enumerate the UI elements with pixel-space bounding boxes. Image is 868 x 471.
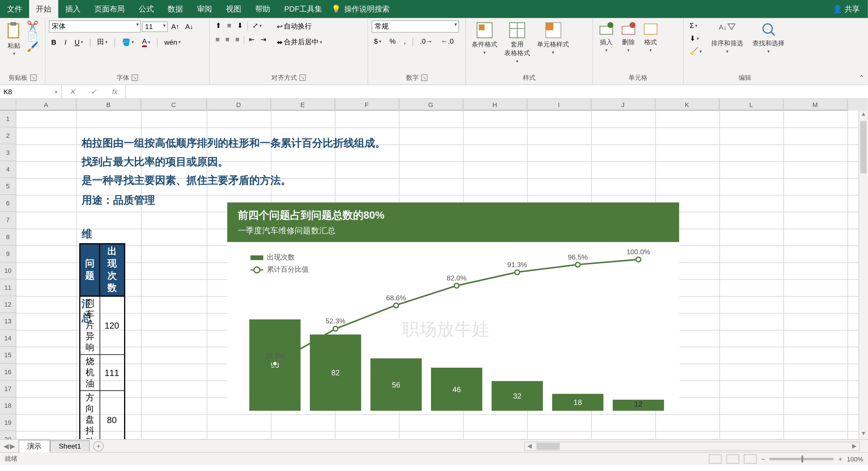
add-sheet-button[interactable]: +	[93, 441, 104, 451]
tell-me-search[interactable]: 💡 操作说明搜索	[331, 0, 390, 18]
insert-cells-button[interactable]: 插入▾	[596, 20, 616, 54]
indent-increase-icon[interactable]: ⇥	[258, 34, 269, 45]
clear-button[interactable]: 🧹▾	[687, 46, 704, 57]
tab-file[interactable]: 文件	[0, 0, 29, 18]
format-cells-button[interactable]: 格式▾	[641, 20, 661, 54]
align-right-icon[interactable]: ≡	[233, 34, 242, 45]
delete-cells-button[interactable]: 删除▾	[618, 20, 638, 54]
vertical-scrollbar[interactable]: ▲ ▼	[859, 110, 868, 439]
row-header[interactable]: 10	[0, 262, 16, 279]
find-select-button[interactable]: 查找和选择▾	[750, 20, 787, 55]
cells-pane[interactable]: ABCDEFGHIJKLM 柏拉图由一组按高低顺序排列的柱形和一条累计百分比折线…	[17, 99, 868, 439]
collapse-ribbon-icon[interactable]: ⌃	[859, 74, 865, 82]
row-header[interactable]: 12	[0, 296, 16, 313]
accounting-format-icon[interactable]: $▾	[372, 36, 383, 46]
orientation-icon[interactable]: ⤢▾	[250, 20, 264, 31]
cut-icon[interactable]: ✂️	[27, 20, 36, 30]
tab-layout[interactable]: 页面布局	[87, 0, 132, 18]
tab-formula[interactable]: 公式	[132, 0, 161, 18]
row-header[interactable]: 17	[0, 380, 16, 397]
pareto-chart[interactable]: 前四个问题占到问题总数的80% 一季度汽车维修问题数汇总 出现次数 累计百分比值…	[227, 202, 679, 411]
font-name-select[interactable]: 宋体	[49, 20, 141, 33]
row-header[interactable]: 2	[0, 127, 16, 144]
font-size-select[interactable]: 11	[142, 21, 168, 32]
conditional-formatting-button[interactable]: 条件格式▾	[469, 20, 500, 56]
increase-font-icon[interactable]: A↑	[169, 21, 182, 32]
bold-button[interactable]: B	[49, 37, 59, 47]
row-header[interactable]: 11	[0, 279, 16, 296]
zoom-slider[interactable]	[770, 458, 834, 460]
row-header[interactable]: 15	[0, 347, 16, 364]
align-left-icon[interactable]: ≡	[213, 34, 222, 45]
align-bottom-icon[interactable]: ⬇	[235, 20, 245, 31]
name-box[interactable]: K8	[0, 85, 62, 98]
dialog-launcher-icon[interactable]: ↘	[132, 75, 138, 81]
dialog-launcher-icon[interactable]: ↘	[299, 75, 306, 81]
tab-pdf[interactable]: PDF工具集	[277, 0, 329, 18]
indent-decrease-icon[interactable]: ⇤	[246, 34, 257, 45]
align-top-icon[interactable]: ⬆	[213, 20, 223, 31]
tab-help[interactable]: 帮助	[248, 0, 277, 18]
row-header[interactable]: 14	[0, 330, 16, 347]
dialog-launcher-icon[interactable]: ↘	[421, 75, 428, 81]
fx-icon[interactable]: fx	[112, 88, 118, 96]
tab-home[interactable]: 开始	[29, 0, 58, 18]
format-painter-icon[interactable]: 🖌️	[27, 41, 36, 51]
vscroll-thumb[interactable]	[860, 121, 867, 173]
phonetic-button[interactable]: wén▾	[162, 37, 183, 47]
normal-view-icon[interactable]	[709, 454, 722, 463]
increase-decimal-icon[interactable]: .0→	[417, 36, 435, 46]
zoom-out-button[interactable]: −	[761, 455, 765, 462]
row-header[interactable]: 13	[0, 313, 16, 330]
sheet-tab-2[interactable]: Sheet1	[50, 440, 90, 451]
scroll-down-icon[interactable]: ▼	[859, 430, 868, 439]
underline-button[interactable]: U▾	[72, 37, 85, 47]
align-middle-icon[interactable]: ≡	[225, 20, 234, 31]
zoom-in-button[interactable]: +	[838, 455, 842, 462]
row-header[interactable]: 6	[0, 195, 16, 212]
scroll-up-icon[interactable]: ▲	[859, 110, 868, 120]
decrease-decimal-icon[interactable]: ←.0	[439, 36, 456, 46]
sheet-tab-active[interactable]: 演示	[19, 440, 50, 452]
hscroll-left-icon[interactable]: ◀	[525, 443, 534, 449]
row-header[interactable]: 5	[0, 178, 16, 195]
zoom-level[interactable]: 100%	[847, 455, 863, 462]
row-header[interactable]: 18	[0, 397, 16, 414]
fill-color-button[interactable]: 🪣▾	[119, 37, 136, 47]
italic-button[interactable]: I	[62, 37, 69, 47]
merge-center-button[interactable]: ⬌ 合并后居中 ▾	[274, 36, 324, 48]
sheet-nav-prev-icon[interactable]: ◀	[3, 442, 9, 450]
select-all-triangle[interactable]	[0, 99, 16, 110]
row-header[interactable]: 9	[0, 245, 16, 262]
tab-insert[interactable]: 插入	[58, 0, 87, 18]
tab-view[interactable]: 视图	[219, 0, 248, 18]
row-header[interactable]: 7	[0, 212, 16, 229]
copy-icon[interactable]: 📄	[27, 31, 36, 40]
row-header[interactable]: 16	[0, 364, 16, 380]
share-button[interactable]: 👤 共享	[833, 0, 860, 18]
tab-review[interactable]: 审阅	[190, 0, 219, 18]
page-break-view-icon[interactable]	[744, 454, 757, 463]
format-as-table-button[interactable]: 套用 表格格式▾	[502, 20, 532, 65]
fill-button[interactable]: ⬇▾	[687, 33, 704, 44]
page-layout-view-icon[interactable]	[726, 454, 739, 463]
number-format-select[interactable]: 常规	[372, 20, 459, 33]
horizontal-scrollbar[interactable]: ◀ ▶	[524, 441, 860, 451]
row-header[interactable]: 4	[0, 161, 16, 178]
hscroll-right-icon[interactable]: ▶	[850, 443, 859, 449]
cell-styles-button[interactable]: 单元格样式▾	[535, 20, 571, 56]
sort-filter-button[interactable]: A↓ 排序和筛选▾	[709, 20, 746, 55]
cancel-formula-icon[interactable]: ✕	[69, 88, 75, 96]
row-header[interactable]: 1	[0, 110, 16, 127]
dialog-launcher-icon[interactable]: ↘	[30, 75, 36, 81]
sheet-nav-next-icon[interactable]: ▶	[10, 442, 15, 450]
font-color-button[interactable]: A▾	[140, 36, 153, 48]
accept-formula-icon[interactable]: ✓	[91, 88, 97, 96]
align-center-icon[interactable]: ≡	[223, 34, 232, 45]
row-header[interactable]: 3	[0, 144, 16, 161]
percent-format-icon[interactable]: %	[387, 36, 398, 46]
row-header[interactable]: 19	[0, 414, 16, 431]
row-header[interactable]: 8	[0, 229, 16, 245]
paste-button[interactable]: 粘贴 ▾	[3, 20, 25, 58]
decrease-font-icon[interactable]: A↓	[183, 21, 196, 32]
